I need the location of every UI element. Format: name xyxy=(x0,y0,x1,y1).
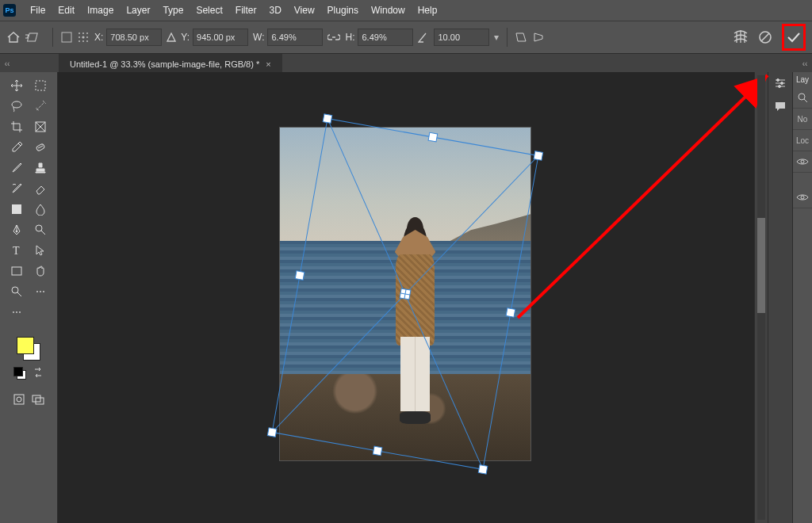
skew-v-icon[interactable] xyxy=(533,32,546,43)
rotate-icon[interactable] xyxy=(418,32,429,43)
foreground-color[interactable] xyxy=(17,337,34,354)
visibility-icon[interactable] xyxy=(796,157,809,166)
toolbox: T ⋯ ⋯ xyxy=(0,72,58,523)
healing-tool[interactable] xyxy=(30,137,51,158)
screen-mode-icon[interactable] xyxy=(32,393,44,408)
link-icon[interactable] xyxy=(327,32,340,42)
svg-point-24 xyxy=(36,225,42,231)
h-input[interactable] xyxy=(358,29,413,46)
scrollbar-thumb[interactable] xyxy=(757,218,765,313)
vertical-scrollbar[interactable] xyxy=(754,72,768,523)
w-label: W: xyxy=(253,32,264,43)
menu-filter[interactable]: Filter xyxy=(229,0,263,21)
svg-point-10 xyxy=(82,40,84,42)
menu-3d[interactable]: 3D xyxy=(262,0,287,21)
menu-select[interactable]: Select xyxy=(190,0,228,21)
menu-edit[interactable]: Edit xyxy=(52,0,81,21)
x-input[interactable] xyxy=(106,29,162,46)
transform-icon[interactable] xyxy=(25,31,44,44)
blend-mode-label: No xyxy=(793,109,812,130)
pen-tool[interactable] xyxy=(6,220,27,240)
type-tool[interactable]: T xyxy=(6,240,27,261)
quick-mask-icon[interactable] xyxy=(13,393,25,408)
menu-type[interactable]: Type xyxy=(156,0,190,21)
svg-rect-14 xyxy=(36,81,45,90)
svg-point-15 xyxy=(12,101,21,108)
cancel-icon[interactable] xyxy=(758,30,772,44)
swap-colors-icon[interactable] xyxy=(33,367,44,380)
eyedropper-tool[interactable] xyxy=(6,137,27,158)
svg-rect-2 xyxy=(62,32,71,42)
svg-point-5 xyxy=(86,32,88,34)
close-tab-icon[interactable]: × xyxy=(266,59,270,69)
reference-point-icon[interactable] xyxy=(61,32,72,43)
dropdown-icon[interactable]: ▾ xyxy=(494,32,499,43)
comments-panel-icon[interactable] xyxy=(774,101,787,113)
right-dock xyxy=(768,72,792,523)
rotation-input[interactable] xyxy=(434,29,489,46)
svg-rect-39 xyxy=(534,151,543,161)
hand-tool[interactable] xyxy=(30,261,51,281)
frame-tool[interactable] xyxy=(30,116,51,137)
canvas[interactable] xyxy=(58,72,754,523)
menu-bar: Ps File Edit Image Layer Type Select Fil… xyxy=(0,0,812,21)
color-swatches[interactable] xyxy=(17,337,40,361)
svg-point-4 xyxy=(82,32,84,34)
document-tab[interactable]: Untitled-1 @ 33.3% (sample-image-file, R… xyxy=(59,54,282,74)
quick-select-tool[interactable] xyxy=(30,96,51,116)
svg-rect-0 xyxy=(28,33,38,41)
svg-point-55 xyxy=(799,94,805,100)
document-canvas[interactable] xyxy=(280,128,530,460)
skew-h-icon[interactable] xyxy=(515,32,528,43)
home-icon[interactable] xyxy=(6,31,21,44)
gradient-tool[interactable] xyxy=(6,199,27,220)
layers-panel[interactable]: Lay No Loc xyxy=(792,72,812,523)
menu-window[interactable]: Window xyxy=(365,0,412,21)
edit-toolbar-icon[interactable]: ⋯ xyxy=(6,302,27,323)
eraser-tool[interactable] xyxy=(30,178,51,199)
warp-icon[interactable] xyxy=(733,30,749,44)
collapse-right-icon[interactable]: ‹‹ xyxy=(798,59,812,68)
menu-view[interactable]: View xyxy=(288,0,321,21)
document-tab-title: Untitled-1 @ 33.3% (sample-image-file, R… xyxy=(70,59,259,69)
shape-tool[interactable] xyxy=(6,261,27,281)
menu-plugins[interactable]: Plugins xyxy=(321,0,365,21)
svg-rect-32 xyxy=(33,395,40,402)
menu-layer[interactable]: Layer xyxy=(120,0,156,21)
menu-file[interactable]: File xyxy=(24,0,52,21)
commit-button[interactable] xyxy=(782,24,806,51)
lock-label: Loc xyxy=(793,130,812,151)
search-icon[interactable] xyxy=(797,92,808,103)
zoom-tool[interactable] xyxy=(6,281,27,302)
path-select-tool[interactable] xyxy=(30,240,51,261)
move-tool[interactable] xyxy=(6,75,27,96)
svg-point-11 xyxy=(86,40,88,42)
marquee-tool[interactable] xyxy=(30,75,51,96)
svg-rect-30 xyxy=(14,395,24,404)
w-input[interactable] xyxy=(267,29,323,46)
svg-point-52 xyxy=(777,79,779,82)
menu-image[interactable]: Image xyxy=(81,0,120,21)
svg-rect-37 xyxy=(323,114,332,124)
lasso-tool[interactable] xyxy=(6,96,27,116)
brush-tool[interactable] xyxy=(6,158,27,178)
properties-panel-icon[interactable] xyxy=(774,77,787,90)
svg-line-25 xyxy=(41,231,45,235)
collapse-left-icon[interactable]: ‹‹ xyxy=(0,59,14,68)
y-input[interactable] xyxy=(193,29,248,46)
more-tools-icon[interactable]: ⋯ xyxy=(30,281,51,302)
visibility-icon[interactable] xyxy=(796,193,809,202)
crop-tool[interactable] xyxy=(6,116,27,137)
reference-grid-icon[interactable] xyxy=(77,31,90,44)
svg-line-29 xyxy=(17,292,21,296)
stamp-tool[interactable] xyxy=(30,158,51,178)
delta-icon[interactable] xyxy=(167,32,176,42)
svg-point-58 xyxy=(801,196,804,199)
default-colors-icon[interactable] xyxy=(13,367,26,380)
menu-help[interactable]: Help xyxy=(412,0,444,21)
dodge-tool[interactable] xyxy=(30,220,51,240)
blur-tool[interactable] xyxy=(30,199,51,220)
svg-line-48 xyxy=(518,75,768,318)
history-brush-tool[interactable] xyxy=(6,178,27,199)
layers-panel-label: Lay xyxy=(793,72,812,87)
